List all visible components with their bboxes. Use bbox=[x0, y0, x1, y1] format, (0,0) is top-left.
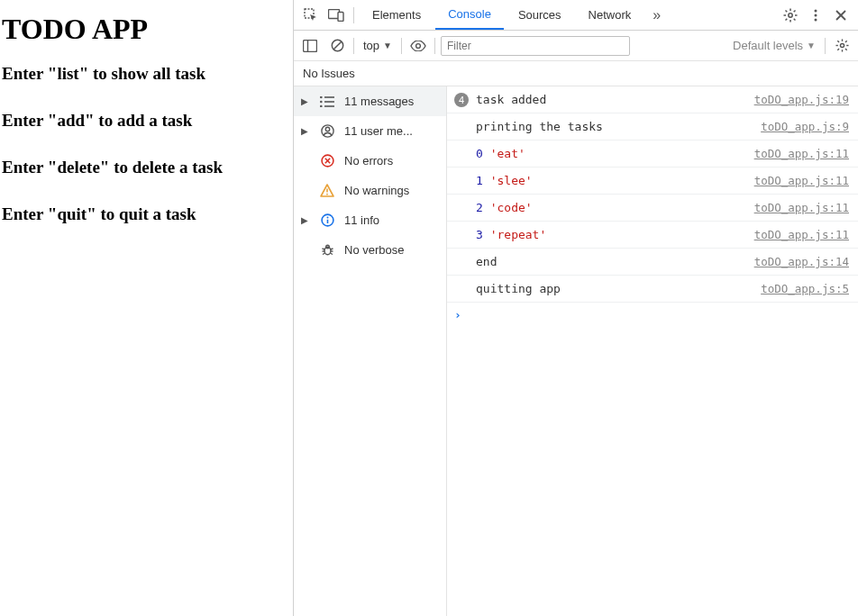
console-prompt[interactable]: › bbox=[447, 303, 858, 327]
user-icon bbox=[319, 124, 335, 138]
log-source-link[interactable]: toDO_app.js:9 bbox=[761, 120, 849, 133]
svg-point-22 bbox=[840, 43, 844, 47]
sidebar-item-user-messages[interactable]: ▶ 11 user me... bbox=[294, 116, 446, 146]
svg-rect-17 bbox=[304, 40, 317, 51]
context-label: top bbox=[363, 39, 379, 52]
svg-line-20 bbox=[333, 41, 342, 50]
divider bbox=[434, 38, 435, 54]
log-row[interactable]: 3 'repeat' toDO_app.js:11 bbox=[447, 222, 858, 249]
instruction-line: Enter "list" to show all task bbox=[2, 64, 293, 84]
log-source-link[interactable]: toDO_app.js:14 bbox=[754, 255, 849, 268]
kebab-icon[interactable] bbox=[804, 9, 827, 22]
info-icon bbox=[319, 213, 335, 227]
tab-sources[interactable]: Sources bbox=[506, 0, 574, 30]
sidebar-item-label: No warnings bbox=[344, 184, 409, 197]
sidebar-item-messages[interactable]: ▶ 11 messages bbox=[294, 86, 446, 116]
chevron-right-icon: ▶ bbox=[301, 96, 310, 106]
chevron-right-icon: ▶ bbox=[301, 215, 310, 225]
svg-line-9 bbox=[794, 18, 796, 20]
context-selector[interactable]: top ▼ bbox=[360, 39, 396, 52]
filter-input[interactable] bbox=[441, 36, 630, 56]
svg-point-45 bbox=[326, 217, 328, 219]
console-sidebar: ▶ 11 messages ▶ 11 user me... bbox=[294, 86, 447, 616]
svg-line-49 bbox=[322, 249, 324, 249]
svg-point-35 bbox=[320, 100, 323, 103]
eye-icon[interactable] bbox=[407, 41, 429, 51]
page-title: TODO APP bbox=[2, 13, 293, 46]
sidebar-item-warnings[interactable]: No warnings bbox=[294, 176, 446, 205]
divider bbox=[825, 38, 826, 54]
log-source-link[interactable]: toDO_app.js:5 bbox=[761, 282, 849, 295]
log-levels-label: Default levels bbox=[733, 39, 803, 52]
svg-point-21 bbox=[416, 43, 421, 48]
caret-down-icon: ▼ bbox=[383, 41, 392, 50]
svg-line-27 bbox=[837, 41, 839, 42]
instruction-line: Enter "add" to add a task bbox=[2, 111, 293, 131]
log-row[interactable]: 0 'eat' toDO_app.js:11 bbox=[447, 140, 858, 168]
divider bbox=[353, 7, 354, 23]
log-source-link[interactable]: toDO_app.js:11 bbox=[754, 147, 849, 160]
sidebar-item-info[interactable]: ▶ 11 info bbox=[294, 205, 446, 235]
svg-line-8 bbox=[786, 10, 788, 12]
repeat-badge: 4 bbox=[454, 93, 469, 107]
svg-line-11 bbox=[786, 18, 788, 20]
log-message: task added bbox=[476, 93, 747, 106]
log-source-link[interactable]: toDO_app.js:19 bbox=[754, 93, 849, 106]
log-message: 0 'eat' bbox=[476, 147, 747, 160]
svg-point-3 bbox=[789, 13, 792, 16]
instruction-line: Enter "delete" to delete a task bbox=[2, 158, 293, 177]
log-source-link[interactable]: toDO_app.js:11 bbox=[754, 228, 849, 241]
issues-bar[interactable]: No Issues bbox=[294, 61, 858, 86]
svg-line-30 bbox=[837, 49, 839, 50]
console-output: 4 task added toDO_app.js:19 printing the… bbox=[447, 86, 858, 616]
log-source-link[interactable]: toDO_app.js:11 bbox=[754, 174, 849, 187]
devtools-panel: Elements Console Sources Network » bbox=[293, 0, 858, 616]
clear-console-icon[interactable] bbox=[326, 39, 348, 52]
devtools-tabstrip: Elements Console Sources Network » bbox=[294, 0, 858, 31]
tab-console[interactable]: Console bbox=[435, 0, 504, 30]
inspect-icon[interactable] bbox=[299, 8, 323, 23]
svg-line-54 bbox=[330, 253, 333, 255]
divider bbox=[401, 38, 402, 54]
webpage-viewport: TODO APP Enter "list" to show all task E… bbox=[0, 0, 293, 616]
svg-point-14 bbox=[815, 18, 817, 21]
sidebar-item-label: No errors bbox=[344, 154, 393, 168]
log-row[interactable]: quitting app toDO_app.js:5 bbox=[447, 276, 858, 303]
divider bbox=[353, 38, 354, 54]
sidebar-item-label: 11 info bbox=[344, 213, 379, 227]
instruction-line: Enter "quit" to quit a task bbox=[2, 204, 293, 224]
log-message: 2 'code' bbox=[476, 201, 747, 214]
warning-icon bbox=[319, 184, 335, 197]
log-message: end bbox=[476, 255, 747, 268]
bug-icon bbox=[319, 243, 335, 257]
log-message: 3 'repeat' bbox=[476, 228, 747, 241]
svg-point-36 bbox=[320, 104, 323, 106]
log-row[interactable]: printing the tasks toDO_app.js:9 bbox=[447, 113, 858, 140]
log-row[interactable]: end toDO_app.js:14 bbox=[447, 249, 858, 276]
tabs-overflow-button[interactable]: » bbox=[645, 7, 668, 23]
svg-point-38 bbox=[325, 127, 329, 131]
svg-point-43 bbox=[326, 194, 328, 195]
sidebar-item-errors[interactable]: No errors bbox=[294, 146, 446, 176]
sidebar-item-label: 11 messages bbox=[344, 95, 414, 108]
sidebar-item-verbose[interactable]: No verbose bbox=[294, 235, 446, 265]
gear-icon[interactable] bbox=[831, 39, 853, 52]
svg-point-12 bbox=[815, 9, 817, 12]
close-icon[interactable] bbox=[829, 10, 853, 21]
console-toolbar: top ▼ Default levels ▼ bbox=[294, 31, 858, 61]
tab-elements[interactable]: Elements bbox=[360, 0, 434, 30]
log-row[interactable]: 1 'slee' toDO_app.js:11 bbox=[447, 168, 858, 195]
log-row[interactable]: 2 'code' toDO_app.js:11 bbox=[447, 195, 858, 222]
device-toggle-icon[interactable] bbox=[324, 9, 348, 22]
svg-rect-2 bbox=[338, 12, 343, 21]
log-row[interactable]: 4 task added toDO_app.js:19 bbox=[447, 86, 858, 113]
log-levels-dropdown[interactable]: Default levels ▼ bbox=[733, 39, 819, 52]
error-icon bbox=[319, 154, 335, 168]
tab-network[interactable]: Network bbox=[576, 0, 644, 30]
caret-down-icon: ▼ bbox=[807, 41, 816, 50]
sidebar-toggle-icon[interactable] bbox=[299, 40, 321, 52]
log-source-link[interactable]: toDO_app.js:11 bbox=[754, 201, 849, 214]
sidebar-item-label: 11 user me... bbox=[344, 124, 413, 138]
log-message: 1 'slee' bbox=[476, 174, 747, 187]
gear-icon[interactable] bbox=[779, 8, 802, 23]
